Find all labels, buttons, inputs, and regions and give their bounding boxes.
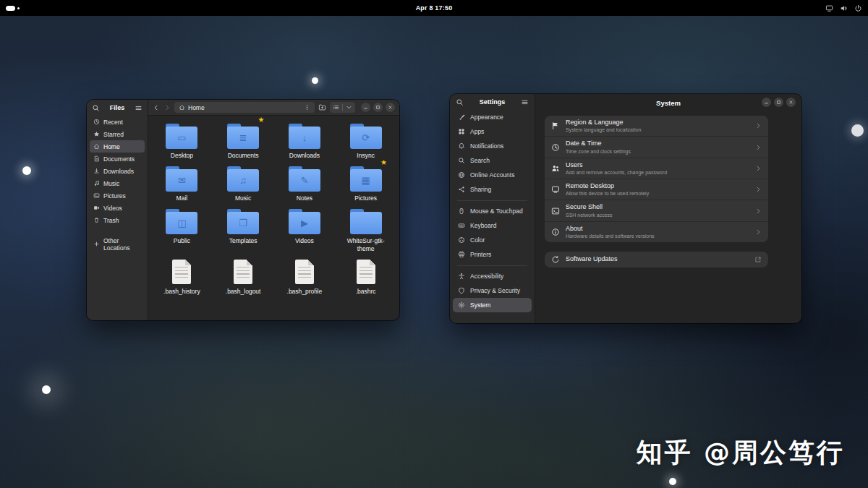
search-icon[interactable] [92, 104, 100, 112]
folder-icon: ▶ [289, 212, 320, 234]
list-view-icon[interactable] [333, 104, 339, 111]
file-item-label: Mail [176, 194, 188, 202]
row-subtitle: SSH network access [566, 212, 749, 218]
file-item-mail[interactable]: ✉ Mail [151, 164, 213, 202]
chevron-right-icon [163, 104, 171, 111]
text-file-icon [295, 260, 314, 284]
folder-icon [350, 212, 382, 234]
sidebar-item-trash[interactable]: Trash [90, 214, 145, 226]
settings-nav-mouse-touchpad[interactable]: Mouse & Touchpad [453, 204, 532, 218]
sidebar-item-pictures[interactable]: Pictures [90, 189, 145, 202]
file-item-label: Public [174, 237, 190, 244]
minimize-button[interactable] [361, 103, 370, 112]
file-item-label: .bash_profile [287, 288, 323, 295]
settings-nav-printers[interactable]: Printers [453, 247, 532, 262]
settings-nav-system[interactable]: System [453, 298, 532, 312]
folder-icon: ♫ [227, 169, 259, 192]
clock[interactable]: Apr 8 17:50 [416, 4, 453, 12]
minimize-button[interactable] [762, 98, 771, 107]
file-item-bash-history[interactable]: .bash_history [151, 257, 213, 295]
row-title: About [566, 225, 749, 233]
file-item-notes[interactable]: ✎ Notes [274, 164, 336, 202]
settings-row-remote-desktop[interactable]: Remote Desktop Allow this device to be u… [545, 179, 768, 200]
sidebar-item-documents[interactable]: Documents [90, 153, 145, 165]
file-item-whitesur-gtk-theme[interactable]: WhiteSur-gtk-theme [335, 207, 396, 252]
search-icon[interactable] [456, 98, 464, 106]
settings-row-users[interactable]: Users Add and remove accounts, change pa… [545, 158, 768, 179]
file-item-label: .bashrc [356, 288, 376, 295]
forward-button[interactable] [163, 101, 171, 114]
sidebar-item-videos[interactable]: Videos [90, 202, 145, 214]
settings-nav-search[interactable]: Search [453, 153, 532, 168]
settings-row-software-updates[interactable]: Software Updates [545, 252, 768, 267]
settings-nav-keyboard[interactable]: Keyboard [453, 218, 532, 233]
settings-nav-privacy-security[interactable]: Privacy & Security [453, 283, 532, 298]
screen-record-indicator[interactable] [6, 6, 20, 11]
sidebar-item-other-locations[interactable]: Other Locations [90, 238, 145, 250]
sidebar-item-music[interactable]: Music [90, 177, 145, 189]
settings-row-secure-shell[interactable]: Secure Shell SSH network access [545, 200, 768, 221]
terminal-icon [551, 207, 560, 215]
settings-window: Settings Appearance Apps Notifications S… [450, 94, 801, 323]
settings-row-date-time[interactable]: Date & Time Time zone and clock settings [545, 137, 768, 158]
close-button[interactable] [786, 98, 796, 107]
row-subtitle: System language and localization [566, 127, 749, 133]
maximize-button[interactable] [774, 98, 783, 107]
view-toggle[interactable] [330, 102, 355, 113]
path-bar[interactable]: Home [174, 102, 315, 113]
sidebar-item-starred[interactable]: Starred [90, 128, 145, 140]
file-item-public[interactable]: ◫ Public [151, 207, 213, 252]
file-item-bash-logout[interactable]: .bash_logout [213, 257, 274, 295]
video-icon [93, 205, 100, 211]
sidebar-item-home[interactable]: Home [90, 140, 145, 153]
close-button[interactable] [386, 103, 395, 112]
settings-nav-color[interactable]: Color [453, 233, 532, 247]
download-icon [93, 168, 100, 174]
file-item-insync[interactable]: ⟳ Insync [335, 121, 396, 159]
sidebar-item-recent[interactable]: Recent [90, 116, 145, 128]
file-item-videos[interactable]: ▶ Videos [274, 207, 336, 252]
settings-nav-online-accounts[interactable]: Online Accounts [453, 168, 532, 182]
new-folder-button[interactable] [318, 101, 326, 114]
settings-nav-apps[interactable]: Apps [453, 124, 532, 139]
file-item-documents[interactable]: ★≣ Documents [213, 121, 274, 159]
chevron-right-icon [754, 186, 762, 193]
search-icon [458, 157, 465, 164]
system-settings-content: Region & Language System language and lo… [535, 111, 801, 323]
back-button[interactable] [153, 101, 160, 114]
file-item-music[interactable]: ♫ Music [213, 164, 274, 202]
settings-nav-appearance[interactable]: Appearance [453, 110, 532, 124]
file-item-templates[interactable]: ❐ Templates [213, 207, 274, 252]
star-icon [93, 131, 100, 137]
file-item-pictures[interactable]: ★▦ Pictures [335, 164, 396, 202]
menu-icon[interactable] [521, 98, 529, 106]
mouse-icon [458, 207, 465, 215]
menu-icon[interactable] [135, 104, 142, 112]
system-tray[interactable] [825, 4, 862, 12]
sidebar-item-downloads[interactable]: Downloads [90, 165, 145, 177]
file-item-label: Desktop [171, 152, 193, 159]
file-item-downloads[interactable]: ↓ Downloads [274, 121, 336, 159]
settings-nav-notifications[interactable]: Notifications [453, 139, 532, 153]
settings-row-region-language[interactable]: Region & Language System language and lo… [545, 116, 768, 137]
settings-sidebar-header: Settings [450, 94, 535, 110]
row-subtitle: Time zone and clock settings [566, 148, 749, 155]
kebab-menu-icon[interactable] [304, 104, 310, 111]
settings-row-about[interactable]: About Hardware details and software vers… [545, 222, 768, 242]
file-item-bash-profile[interactable]: .bash_profile [274, 257, 336, 295]
clock-icon [551, 143, 560, 152]
sidebar-item-label: Documents [103, 155, 135, 163]
close-icon [388, 105, 393, 110]
settings-nav-sharing[interactable]: Sharing [453, 182, 532, 197]
divider [457, 200, 527, 201]
app-title: Files [102, 104, 132, 111]
file-item-bashrc[interactable]: .bashrc [335, 257, 396, 295]
folder-icon: ✎ [289, 169, 320, 192]
settings-nav-accessibility[interactable]: Accessibility [453, 269, 532, 283]
chevron-down-icon[interactable] [346, 104, 352, 111]
row-title: Users [566, 161, 749, 169]
file-item-desktop[interactable]: ▭ Desktop [151, 121, 213, 159]
maximize-button[interactable] [373, 103, 383, 112]
nav-label: System [470, 301, 490, 309]
window-controls [762, 98, 796, 107]
